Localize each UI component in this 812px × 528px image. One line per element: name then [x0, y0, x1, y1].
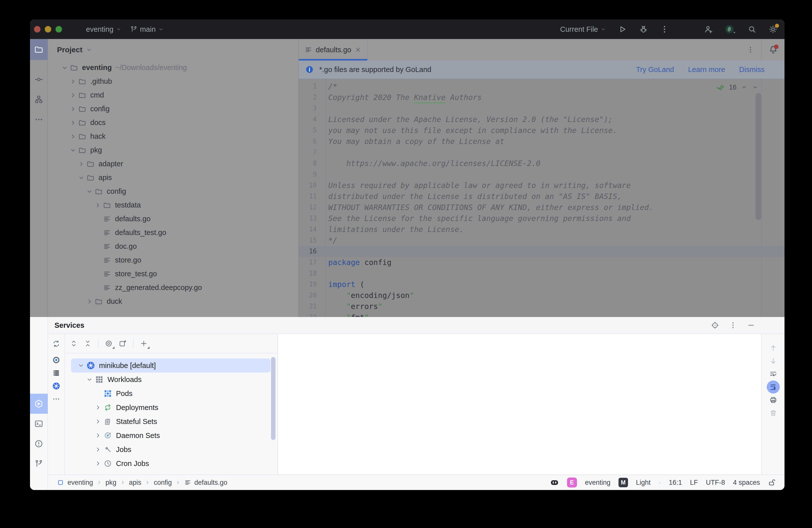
theme-badge[interactable]: M — [619, 478, 628, 487]
services-scrollbar[interactable] — [271, 357, 276, 440]
code-line[interactable]: 8 https://www.apache.org/licenses/LICENS… — [299, 158, 784, 169]
project-tree-item[interactable]: config — [48, 185, 298, 198]
tab-options-button[interactable] — [740, 39, 761, 60]
breadcrumb-file[interactable]: defaults.go — [194, 479, 227, 486]
chevron-right-icon[interactable] — [93, 202, 102, 209]
chevron-down-icon[interactable] — [60, 64, 70, 72]
dismiss-link[interactable]: Dismiss — [739, 65, 765, 74]
code-line[interactable]: 10Unless required by applicable law or a… — [299, 180, 784, 191]
project-tree-item[interactable]: pkg — [48, 143, 298, 157]
chevron-down-icon[interactable] — [68, 147, 78, 154]
sidebar-item-project[interactable] — [30, 39, 48, 60]
services-tree-item[interactable]: Workloads — [65, 372, 277, 386]
project-tree-item[interactable]: store.go — [48, 253, 298, 267]
project-tree-item[interactable]: zz_generated.deepcopy.go — [48, 281, 298, 294]
hide-panel-button[interactable] — [747, 321, 755, 329]
close-icon[interactable] — [355, 46, 361, 53]
project-tree-item[interactable]: defaults.go — [48, 212, 298, 226]
code-line[interactable]: 1/* — [299, 81, 784, 92]
code-line[interactable]: 16 — [299, 246, 784, 257]
breadcrumb[interactable]: eventingpkgapisconfigdefaults.go — [57, 479, 227, 486]
chevron-down-icon[interactable] — [76, 362, 86, 369]
sidebar-item-structure[interactable] — [30, 89, 49, 109]
services-tree-item[interactable]: minikube [default] — [71, 358, 271, 372]
services-view-more[interactable] — [48, 393, 65, 406]
sidebar-item-terminal[interactable] — [30, 414, 49, 434]
maximize-window-button[interactable] — [56, 26, 62, 32]
code-line[interactable]: 21 "errors" — [299, 301, 784, 312]
code-line[interactable]: 15*/ — [299, 235, 784, 246]
code-line[interactable]: 18 — [299, 268, 784, 279]
services-tree-item[interactable]: Cron Jobs — [65, 456, 277, 470]
chevron-right-icon[interactable] — [68, 105, 78, 113]
project-tree-item[interactable]: .github — [48, 74, 298, 88]
code-line[interactable]: 20 "encoding/json" — [299, 290, 784, 301]
project-tree-item[interactable]: hack — [48, 130, 298, 143]
theme-name[interactable]: Light — [636, 479, 651, 486]
project-tree-item[interactable]: cmd — [48, 88, 298, 102]
run-button[interactable] — [618, 25, 627, 34]
chevron-right-icon[interactable] — [93, 418, 103, 425]
notifications-bell-button[interactable] — [768, 45, 778, 55]
panel-options-button[interactable] — [729, 321, 737, 329]
project-tree-item[interactable]: eventing~/Downloads/eventing — [48, 61, 298, 74]
tab-defaults-go[interactable]: defaults.go — [299, 39, 368, 60]
try-goland-link[interactable]: Try GoLand — [636, 65, 674, 74]
breadcrumb-item[interactable]: eventing — [68, 479, 93, 486]
services-tree-item[interactable]: Daemon Sets — [65, 428, 277, 442]
lock-open-icon[interactable] — [768, 479, 776, 486]
code-line[interactable]: 13See the License for the specific langu… — [299, 213, 784, 224]
chevron-right-icon[interactable] — [93, 432, 103, 439]
sidebar-item-version-control[interactable] — [30, 454, 49, 474]
sidebar-item-more-tools[interactable] — [30, 109, 49, 130]
search-everywhere-button[interactable] — [748, 25, 756, 34]
print-button[interactable] — [767, 394, 780, 407]
chevron-right-icon[interactable] — [93, 404, 103, 411]
clear-button[interactable] — [767, 407, 780, 420]
soft-wrap-button[interactable] — [767, 367, 780, 381]
code-line[interactable]: 4Licensed under the Apache License, Vers… — [299, 114, 784, 125]
chevron-down-icon[interactable] — [76, 174, 86, 181]
code-line[interactable]: 14limitations under the License. — [299, 224, 784, 235]
expand-all-button[interactable] — [68, 338, 79, 349]
services-view-target[interactable] — [48, 353, 65, 367]
minimize-window-button[interactable] — [45, 26, 51, 32]
sidebar-item-services[interactable] — [30, 394, 48, 414]
indent-widget[interactable]: 4 spaces — [733, 479, 760, 486]
vcs-branch-widget[interactable]: main — [130, 25, 164, 33]
project-widget[interactable]: eventing — [86, 25, 121, 33]
close-window-button[interactable] — [34, 26, 41, 32]
encoding-widget[interactable]: UTF-8 — [706, 479, 725, 486]
chevron-right-icon[interactable] — [68, 91, 78, 99]
chevron-right-icon[interactable] — [68, 78, 78, 85]
editor-scrollbar[interactable] — [755, 93, 762, 220]
debug-button[interactable] — [639, 25, 648, 34]
chevron-right-icon[interactable] — [68, 119, 78, 127]
code-line[interactable]: 6You may obtain a copy of the License at — [299, 136, 784, 147]
copilot-status-button[interactable] — [550, 478, 559, 487]
chevron-right-icon[interactable] — [93, 460, 103, 467]
sidebar-item-commit[interactable] — [30, 70, 49, 89]
code-line[interactable]: 7 — [299, 147, 784, 158]
services-tree-item[interactable]: Pods — [65, 386, 277, 400]
avatar[interactable] — [725, 24, 736, 34]
code-line[interactable]: 11distributed under the License is distr… — [299, 191, 784, 202]
code-editor[interactable]: 1/*2Copyright 2020 The Knative Authors34… — [299, 79, 784, 317]
code-line[interactable]: 22 "fmt" — [299, 312, 784, 317]
project-tree-item[interactable]: apis — [48, 171, 298, 185]
project-tree-item[interactable]: adapter — [48, 157, 298, 171]
chevron-right-icon[interactable] — [68, 133, 78, 140]
project-tree-item[interactable]: testdata — [48, 198, 298, 212]
refresh-button[interactable] — [48, 334, 65, 353]
services-tree-item[interactable]: Stateful Sets — [65, 414, 277, 428]
chevron-right-icon[interactable] — [76, 160, 86, 168]
project-panel-header[interactable]: Project — [48, 39, 298, 60]
settings-button[interactable] — [768, 25, 778, 34]
chevron-down-icon[interactable] — [85, 376, 95, 383]
breadcrumb-item[interactable]: apis — [129, 479, 142, 486]
code-line[interactable]: 9 — [299, 169, 784, 180]
code-line[interactable]: 3 — [299, 103, 784, 114]
scroll-down-button[interactable] — [767, 354, 780, 367]
breadcrumb-item[interactable]: config — [154, 479, 172, 486]
code-line[interactable]: 5you may not use this file except in com… — [299, 125, 784, 136]
